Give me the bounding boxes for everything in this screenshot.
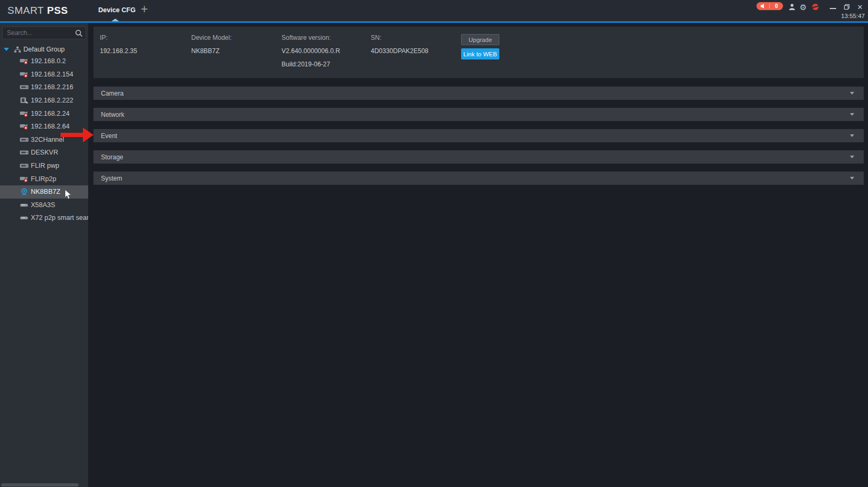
device-label: X72 p2p smart searc	[31, 214, 88, 221]
alarm-counter-badge[interactable]: 0	[756, 2, 783, 10]
device-label: 192.168.2.154	[31, 71, 73, 78]
camera-offline-icon	[20, 175, 29, 183]
device-item-flir-pwp[interactable]: FLIR pwp	[0, 159, 88, 173]
info-label: IP:	[100, 34, 137, 41]
device-item-deskvr[interactable]: DESKVR	[0, 146, 88, 159]
search-input[interactable]	[7, 27, 71, 39]
upgrade-button[interactable]: Upgrade	[461, 34, 499, 45]
close-icon: ✕	[857, 4, 863, 11]
minimize-button[interactable]	[829, 3, 837, 11]
device-label: X58A3S	[31, 201, 55, 209]
group-icon	[14, 46, 21, 53]
tree-group-default-group[interactable]: Default Group	[0, 44, 88, 55]
close-button[interactable]: ✕	[856, 3, 864, 11]
section-label: Event	[101, 132, 117, 140]
nvr-icon	[20, 136, 29, 143]
add-tab-button[interactable]: +	[141, 3, 148, 15]
section-label: Storage	[101, 153, 123, 161]
chevron-down-icon[interactable]	[850, 156, 854, 158]
info-field-device-model-: Device Model:NK8BB7Z	[191, 34, 232, 55]
link-to-web-button[interactable]: Link to WEB	[461, 48, 499, 59]
device-label: 192.168.2.24	[31, 110, 70, 117]
device-info-panel: IP:192.168.2.35Device Model:NK8BB7ZSoftw…	[93, 27, 864, 78]
device-label: 192.168.2.222	[31, 97, 73, 104]
device-label: 192.168.0.2	[31, 57, 66, 65]
info-label: Software version:	[282, 34, 340, 41]
tab-device-cfg[interactable]: Device CFG	[98, 6, 135, 14]
device-label: FLIRp2p	[31, 175, 56, 183]
device-item-flirp2p[interactable]: FLIRp2p	[0, 172, 88, 185]
chevron-down-icon[interactable]	[850, 113, 854, 116]
chevron-down-icon[interactable]	[850, 92, 854, 95]
group-label: Default Group	[23, 46, 65, 53]
nvr-icon	[20, 162, 29, 169]
info-extra: Build:2019-06-27	[282, 61, 340, 68]
search-icon[interactable]	[75, 29, 83, 39]
chevron-down-icon[interactable]	[850, 134, 854, 137]
app-logo: SMART PSS	[7, 5, 68, 16]
dahua-logo-icon[interactable]	[811, 3, 820, 11]
section-label: Network	[101, 111, 124, 118]
chevron-down-icon[interactable]	[850, 177, 854, 180]
device-cfg-content: IP:192.168.2.35Device Model:NK8BB7ZSoftw…	[88, 23, 868, 487]
mouse-cursor-icon	[64, 189, 72, 202]
restore-icon	[844, 4, 850, 10]
device-item-x72-p2p-smart-searc[interactable]: X72 p2p smart searc	[0, 211, 88, 225]
info-label: SN:	[371, 34, 429, 41]
camera-offline-icon	[20, 57, 29, 65]
device-item-192-168-0-2[interactable]: 192.168.0.2	[0, 55, 88, 68]
device-search-box[interactable]	[2, 27, 86, 39]
dome-online-icon	[20, 188, 29, 195]
section-camera[interactable]: Camera	[93, 87, 864, 100]
system-time: 13:55:47	[841, 13, 865, 19]
section-network[interactable]: Network	[93, 108, 864, 121]
evs-icon	[20, 97, 29, 104]
annotation-red-arrow	[61, 127, 93, 145]
info-value: NK8BB7Z	[191, 47, 232, 55]
sidebar-horizontal-scrollbar[interactable]	[1, 483, 79, 486]
logo-pss: PSS	[47, 5, 68, 16]
titlebar: SMART PSS Device CFG + 0 ⚙ ✕ 13:55:47	[0, 0, 868, 23]
config-sections: CameraNetworkEventStorageSystem	[93, 87, 864, 193]
device-label: 32CHannel	[31, 136, 64, 143]
section-label: System	[101, 175, 122, 182]
flat-device-icon	[20, 214, 29, 221]
camera-offline-icon	[20, 123, 29, 130]
device-item-x58a3s[interactable]: X58A3S	[0, 199, 88, 212]
user-icon[interactable]	[788, 3, 796, 11]
tree-caret-icon[interactable]	[4, 48, 9, 51]
alarm-count: 0	[770, 3, 783, 9]
device-label: DESKVR	[31, 149, 58, 156]
device-item-192-168-2-216[interactable]: 192.168.2.216	[0, 81, 88, 94]
info-label: Device Model:	[191, 34, 232, 41]
speaker-icon	[760, 3, 767, 9]
info-value: 4D0330DPAK2E508	[371, 47, 429, 55]
device-item-192-168-2-154[interactable]: 192.168.2.154	[0, 68, 88, 81]
device-label: 192.168.2.216	[31, 83, 73, 91]
nvr-icon	[20, 149, 29, 156]
section-system[interactable]: System	[93, 172, 864, 185]
gear-icon[interactable]: ⚙	[799, 3, 807, 11]
device-item-192-168-2-24[interactable]: 192.168.2.24	[0, 107, 88, 120]
logo-smart: SMART	[7, 5, 44, 16]
info-value: 192.168.2.35	[100, 47, 137, 55]
device-tree-sidebar: Default Group 192.168.0.2192.168.2.15419…	[0, 23, 88, 487]
nvr-icon	[20, 83, 29, 91]
section-storage[interactable]: Storage	[93, 150, 864, 164]
camera-offline-icon	[20, 110, 29, 117]
device-label: NK8BB7Z	[31, 188, 61, 195]
device-item-nk8bb7z[interactable]: NK8BB7Z	[0, 185, 88, 199]
camera-offline-icon	[20, 71, 29, 78]
info-field-software-version-: Software version:V2.640.0000006.0.RBuild…	[282, 34, 340, 68]
device-item-192-168-2-222[interactable]: 192.168.2.222	[0, 94, 88, 107]
info-field-sn-: SN:4D0330DPAK2E508	[371, 34, 429, 55]
section-event[interactable]: Event	[93, 129, 864, 142]
minimize-icon	[830, 8, 836, 9]
restore-button[interactable]	[843, 3, 851, 11]
flat-device-icon	[20, 201, 29, 209]
device-label: FLIR pwp	[31, 162, 59, 169]
info-field-ip-: IP:192.168.2.35	[100, 34, 137, 55]
info-value: V2.640.0000006.0.R	[282, 47, 340, 55]
section-label: Camera	[101, 90, 124, 97]
